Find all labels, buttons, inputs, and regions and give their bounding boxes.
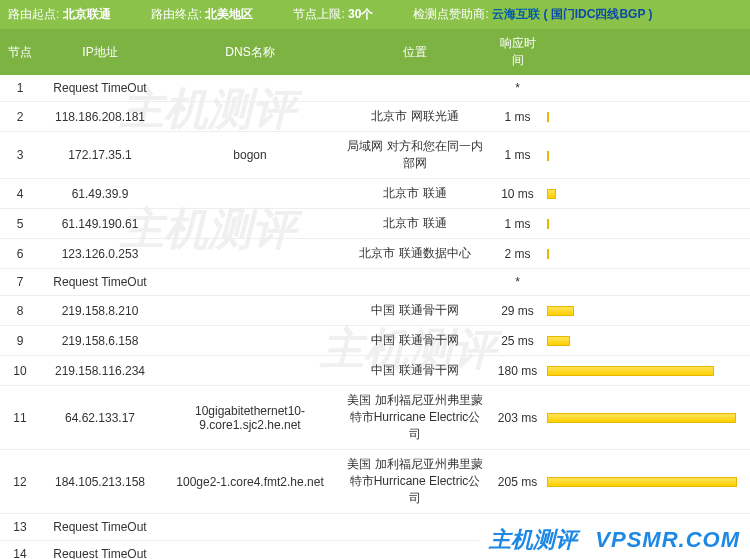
cell-location — [340, 541, 490, 560]
table-row: 10219.158.116.234中国 联通骨干网180 ms — [0, 356, 750, 386]
response-bar-icon — [547, 413, 736, 423]
route-start-label: 路由起点: — [8, 7, 59, 21]
cell-response-time: 1 ms — [490, 132, 545, 179]
cell-ip: Request TimeOut — [40, 269, 160, 296]
sponsor-link[interactable]: 云海互联 — [492, 7, 540, 21]
table-row: 561.149.190.61北京市 联通1 ms — [0, 209, 750, 239]
th-bar — [545, 29, 750, 75]
cell-ip: 123.126.0.253 — [40, 239, 160, 269]
cell-location — [340, 75, 490, 102]
cell-location: 美国 加利福尼亚州弗里蒙特市Hurricane Electric公司 — [340, 386, 490, 450]
cell-node: 6 — [0, 239, 40, 269]
cell-dns: bogon — [160, 132, 340, 179]
cell-dns — [160, 326, 340, 356]
cell-node: 11 — [0, 386, 40, 450]
response-bar-icon — [547, 112, 549, 122]
watermark-zh: 主机测评 — [489, 527, 577, 552]
cell-node: 10 — [0, 356, 40, 386]
table-row: 6123.126.0.253北京市 联通数据中心2 ms — [0, 239, 750, 269]
th-dns: DNS名称 — [160, 29, 340, 75]
cell-node: 13 — [0, 514, 40, 541]
cell-response-time: 10 ms — [490, 179, 545, 209]
cell-node: 12 — [0, 450, 40, 514]
cell-response-time: 205 ms — [490, 450, 545, 514]
cell-dns — [160, 541, 340, 560]
table-row: 1164.62.133.1710gigabitethernet10-9.core… — [0, 386, 750, 450]
response-bar-icon — [547, 219, 549, 229]
response-bar-icon — [547, 249, 549, 259]
cell-location: 北京市 联通数据中心 — [340, 239, 490, 269]
node-limit-label: 节点上限: — [293, 7, 344, 21]
cell-dns — [160, 102, 340, 132]
cell-bar — [545, 239, 750, 269]
cell-bar — [545, 269, 750, 296]
cell-response-time: 1 ms — [490, 209, 545, 239]
th-ip: IP地址 — [40, 29, 160, 75]
route-start: 路由起点: 北京联通 — [8, 6, 111, 23]
watermark-en: VPSMR.COM — [595, 527, 740, 552]
sponsor-extra: ( 国门IDC四线BGP ) — [543, 7, 652, 21]
cell-location: 美国 加利福尼亚州弗里蒙特市Hurricane Electric公司 — [340, 450, 490, 514]
cell-ip: 184.105.213.158 — [40, 450, 160, 514]
cell-ip: Request TimeOut — [40, 75, 160, 102]
route-start-value: 北京联通 — [63, 7, 111, 21]
th-location: 位置 — [340, 29, 490, 75]
response-bar-icon — [547, 366, 714, 376]
table-row: 461.49.39.9北京市 联通10 ms — [0, 179, 750, 209]
cell-location — [340, 269, 490, 296]
info-bar: 路由起点: 北京联通 路由终点: 北美地区 节点上限: 30个 检测点赞助商: … — [0, 0, 750, 29]
cell-location: 局域网 对方和您在同一内部网 — [340, 132, 490, 179]
th-response-time: 响应时间 — [490, 29, 545, 75]
response-bar-icon — [547, 151, 549, 161]
watermark-bar: 主机测评 VPSMR.COM — [479, 521, 750, 559]
cell-dns — [160, 75, 340, 102]
cell-response-time: 29 ms — [490, 296, 545, 326]
table-row: 2118.186.208.181北京市 网联光通1 ms — [0, 102, 750, 132]
cell-bar — [545, 296, 750, 326]
sponsor-label: 检测点赞助商: — [413, 7, 488, 21]
cell-ip: 219.158.116.234 — [40, 356, 160, 386]
table-row: 1Request TimeOut* — [0, 75, 750, 102]
cell-node: 5 — [0, 209, 40, 239]
cell-ip: 219.158.6.158 — [40, 326, 160, 356]
cell-response-time: 1 ms — [490, 102, 545, 132]
th-node: 节点 — [0, 29, 40, 75]
response-bar-icon — [547, 336, 570, 346]
cell-dns — [160, 296, 340, 326]
cell-node: 2 — [0, 102, 40, 132]
node-limit: 节点上限: 30个 — [293, 6, 373, 23]
cell-response-time: 180 ms — [490, 356, 545, 386]
cell-node: 8 — [0, 296, 40, 326]
route-end-value: 北美地区 — [205, 7, 253, 21]
cell-bar — [545, 75, 750, 102]
table-header-row: 节点 IP地址 DNS名称 位置 响应时间 — [0, 29, 750, 75]
cell-response-time: 2 ms — [490, 239, 545, 269]
table-row: 3172.17.35.1bogon局域网 对方和您在同一内部网1 ms — [0, 132, 750, 179]
table-row: 8219.158.8.210中国 联通骨干网29 ms — [0, 296, 750, 326]
cell-bar — [545, 132, 750, 179]
cell-bar — [545, 356, 750, 386]
cell-dns: 100ge2-1.core4.fmt2.he.net — [160, 450, 340, 514]
cell-ip: 61.49.39.9 — [40, 179, 160, 209]
cell-dns — [160, 356, 340, 386]
cell-ip: 64.62.133.17 — [40, 386, 160, 450]
cell-dns — [160, 179, 340, 209]
cell-bar — [545, 179, 750, 209]
cell-location: 北京市 联通 — [340, 209, 490, 239]
cell-location: 中国 联通骨干网 — [340, 326, 490, 356]
cell-bar — [545, 209, 750, 239]
cell-location: 北京市 网联光通 — [340, 102, 490, 132]
cell-response-time: 25 ms — [490, 326, 545, 356]
cell-location — [340, 514, 490, 541]
response-bar-icon — [547, 306, 574, 316]
cell-ip: 61.149.190.61 — [40, 209, 160, 239]
cell-node: 3 — [0, 132, 40, 179]
response-bar-icon — [547, 477, 737, 487]
cell-node: 9 — [0, 326, 40, 356]
cell-response-time: 203 ms — [490, 386, 545, 450]
cell-location: 北京市 联通 — [340, 179, 490, 209]
cell-dns — [160, 514, 340, 541]
cell-node: 7 — [0, 269, 40, 296]
cell-response-time: * — [490, 269, 545, 296]
node-limit-value: 30个 — [348, 7, 373, 21]
